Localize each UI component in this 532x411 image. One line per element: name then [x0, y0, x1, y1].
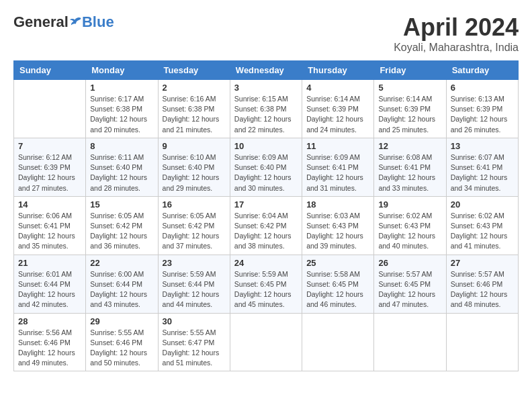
- cell-content: Sunrise: 6:12 AM Sunset: 6:39 PM Dayligh…: [18, 152, 81, 193]
- day-number: 22: [90, 258, 153, 268]
- day-number: 18: [306, 199, 369, 210]
- calendar-cell: 17Sunrise: 6:04 AM Sunset: 6:42 PM Dayli…: [230, 196, 302, 255]
- day-number: 21: [18, 258, 81, 268]
- cell-content: Sunrise: 5:55 AM Sunset: 6:46 PM Dayligh…: [90, 328, 153, 369]
- day-number: 2: [163, 83, 226, 93]
- calendar-cell: 23Sunrise: 5:59 AM Sunset: 6:44 PM Dayli…: [158, 255, 230, 313]
- logo-bird-icon: [70, 16, 82, 28]
- calendar-cell: 12Sunrise: 6:08 AM Sunset: 6:41 PM Dayli…: [374, 138, 446, 196]
- calendar-header-monday: Monday: [86, 61, 158, 80]
- calendar-cell: [230, 313, 302, 371]
- week-row-5: 28Sunrise: 5:56 AM Sunset: 6:46 PM Dayli…: [14, 313, 519, 371]
- calendar-cell: 13Sunrise: 6:07 AM Sunset: 6:41 PM Dayli…: [446, 138, 518, 196]
- cell-content: Sunrise: 6:09 AM Sunset: 6:40 PM Dayligh…: [234, 152, 298, 193]
- calendar-cell: 14Sunrise: 6:06 AM Sunset: 6:41 PM Dayli…: [14, 196, 86, 255]
- calendar-cell: 22Sunrise: 6:00 AM Sunset: 6:44 PM Dayli…: [86, 255, 158, 313]
- day-number: 7: [18, 141, 81, 151]
- cell-content: Sunrise: 6:16 AM Sunset: 6:38 PM Dayligh…: [163, 94, 226, 135]
- calendar-cell: 21Sunrise: 6:01 AM Sunset: 6:44 PM Dayli…: [14, 255, 86, 313]
- cell-content: Sunrise: 6:10 AM Sunset: 6:40 PM Dayligh…: [163, 152, 226, 193]
- cell-content: Sunrise: 5:58 AM Sunset: 6:45 PM Dayligh…: [306, 269, 369, 310]
- day-number: 20: [451, 199, 514, 210]
- cell-content: Sunrise: 5:55 AM Sunset: 6:47 PM Dayligh…: [163, 328, 226, 369]
- calendar-header-saturday: Saturday: [446, 61, 518, 80]
- cell-content: Sunrise: 6:14 AM Sunset: 6:39 PM Dayligh…: [378, 94, 441, 135]
- cell-content: Sunrise: 6:02 AM Sunset: 6:43 PM Dayligh…: [378, 211, 441, 252]
- calendar-cell: [14, 80, 86, 138]
- calendar-cell: 24Sunrise: 5:59 AM Sunset: 6:45 PM Dayli…: [230, 255, 302, 313]
- day-number: 6: [451, 83, 514, 93]
- cell-content: Sunrise: 6:11 AM Sunset: 6:40 PM Dayligh…: [90, 152, 153, 193]
- day-number: 27: [451, 258, 514, 268]
- calendar-cell: 18Sunrise: 6:03 AM Sunset: 6:43 PM Dayli…: [302, 196, 374, 255]
- cell-content: Sunrise: 6:06 AM Sunset: 6:41 PM Dayligh…: [18, 211, 81, 252]
- calendar-header-sunday: Sunday: [14, 61, 86, 80]
- day-number: 10: [234, 141, 298, 151]
- cell-content: Sunrise: 5:59 AM Sunset: 6:44 PM Dayligh…: [163, 269, 226, 310]
- calendar-header-wednesday: Wednesday: [230, 61, 302, 80]
- calendar-cell: 28Sunrise: 5:56 AM Sunset: 6:46 PM Dayli…: [14, 313, 86, 371]
- calendar-table: SundayMondayTuesdayWednesdayThursdayFrid…: [13, 60, 519, 371]
- day-number: 5: [378, 83, 441, 93]
- calendar-cell: 19Sunrise: 6:02 AM Sunset: 6:43 PM Dayli…: [374, 196, 446, 255]
- day-number: 23: [163, 258, 226, 268]
- cell-content: Sunrise: 6:02 AM Sunset: 6:43 PM Dayligh…: [451, 211, 514, 252]
- calendar-header-thursday: Thursday: [302, 61, 374, 80]
- calendar-cell: 11Sunrise: 6:09 AM Sunset: 6:41 PM Dayli…: [302, 138, 374, 196]
- location-text: Koyali, Maharashtra, India: [394, 42, 519, 54]
- logo-blue-text: Blue: [82, 13, 114, 31]
- calendar-cell: 3Sunrise: 6:15 AM Sunset: 6:38 PM Daylig…: [230, 80, 302, 138]
- calendar-cell: 30Sunrise: 5:55 AM Sunset: 6:47 PM Dayli…: [158, 313, 230, 371]
- calendar-cell: 5Sunrise: 6:14 AM Sunset: 6:39 PM Daylig…: [374, 80, 446, 138]
- cell-content: Sunrise: 6:08 AM Sunset: 6:41 PM Dayligh…: [378, 152, 441, 193]
- cell-content: Sunrise: 6:13 AM Sunset: 6:39 PM Dayligh…: [451, 94, 514, 135]
- day-number: 16: [163, 199, 226, 210]
- calendar-cell: 6Sunrise: 6:13 AM Sunset: 6:39 PM Daylig…: [446, 80, 518, 138]
- day-number: 14: [18, 199, 81, 210]
- calendar-cell: 20Sunrise: 6:02 AM Sunset: 6:43 PM Dayli…: [446, 196, 518, 255]
- cell-content: Sunrise: 5:59 AM Sunset: 6:45 PM Dayligh…: [234, 269, 298, 310]
- cell-content: Sunrise: 6:01 AM Sunset: 6:44 PM Dayligh…: [18, 269, 81, 310]
- cell-content: Sunrise: 6:00 AM Sunset: 6:44 PM Dayligh…: [90, 269, 153, 310]
- week-row-2: 7Sunrise: 6:12 AM Sunset: 6:39 PM Daylig…: [14, 138, 519, 196]
- day-number: 17: [234, 199, 298, 210]
- day-number: 12: [378, 141, 441, 151]
- calendar-cell: 4Sunrise: 6:14 AM Sunset: 6:39 PM Daylig…: [302, 80, 374, 138]
- week-row-3: 14Sunrise: 6:06 AM Sunset: 6:41 PM Dayli…: [14, 196, 519, 255]
- day-number: 28: [18, 316, 81, 326]
- cell-content: Sunrise: 5:56 AM Sunset: 6:46 PM Dayligh…: [18, 328, 81, 369]
- calendar-cell: 29Sunrise: 5:55 AM Sunset: 6:46 PM Dayli…: [86, 313, 158, 371]
- logo: General Blue: [13, 13, 114, 31]
- cell-content: Sunrise: 6:03 AM Sunset: 6:43 PM Dayligh…: [306, 211, 369, 252]
- calendar-cell: 2Sunrise: 6:16 AM Sunset: 6:38 PM Daylig…: [158, 80, 230, 138]
- cell-content: Sunrise: 5:57 AM Sunset: 6:46 PM Dayligh…: [451, 269, 514, 310]
- cell-content: Sunrise: 6:15 AM Sunset: 6:38 PM Dayligh…: [234, 94, 298, 135]
- calendar-cell: 8Sunrise: 6:11 AM Sunset: 6:40 PM Daylig…: [86, 138, 158, 196]
- calendar-header-friday: Friday: [374, 61, 446, 80]
- week-row-4: 21Sunrise: 6:01 AM Sunset: 6:44 PM Dayli…: [14, 255, 519, 313]
- calendar-cell: [374, 313, 446, 371]
- cell-content: Sunrise: 6:05 AM Sunset: 6:42 PM Dayligh…: [90, 211, 153, 252]
- cell-content: Sunrise: 5:57 AM Sunset: 6:45 PM Dayligh…: [378, 269, 441, 310]
- day-number: 13: [451, 141, 514, 151]
- day-number: 29: [90, 316, 153, 326]
- calendar-cell: 7Sunrise: 6:12 AM Sunset: 6:39 PM Daylig…: [14, 138, 86, 196]
- page-header: General Blue April 2024 Koyali, Maharash…: [13, 13, 519, 54]
- day-number: 15: [90, 199, 153, 210]
- day-number: 26: [378, 258, 441, 268]
- cell-content: Sunrise: 6:17 AM Sunset: 6:38 PM Dayligh…: [90, 94, 153, 135]
- day-number: 1: [90, 83, 153, 93]
- calendar-cell: 27Sunrise: 5:57 AM Sunset: 6:46 PM Dayli…: [446, 255, 518, 313]
- calendar-cell: 26Sunrise: 5:57 AM Sunset: 6:45 PM Dayli…: [374, 255, 446, 313]
- calendar-cell: 25Sunrise: 5:58 AM Sunset: 6:45 PM Dayli…: [302, 255, 374, 313]
- calendar-cell: [446, 313, 518, 371]
- day-number: 4: [306, 83, 369, 93]
- day-number: 30: [163, 316, 226, 326]
- week-row-1: 1Sunrise: 6:17 AM Sunset: 6:38 PM Daylig…: [14, 80, 519, 138]
- day-number: 24: [234, 258, 298, 268]
- day-number: 11: [306, 141, 369, 151]
- title-area: April 2024 Koyali, Maharashtra, India: [394, 13, 519, 54]
- calendar-cell: 1Sunrise: 6:17 AM Sunset: 6:38 PM Daylig…: [86, 80, 158, 138]
- day-number: 8: [90, 141, 153, 151]
- day-number: 19: [378, 199, 441, 210]
